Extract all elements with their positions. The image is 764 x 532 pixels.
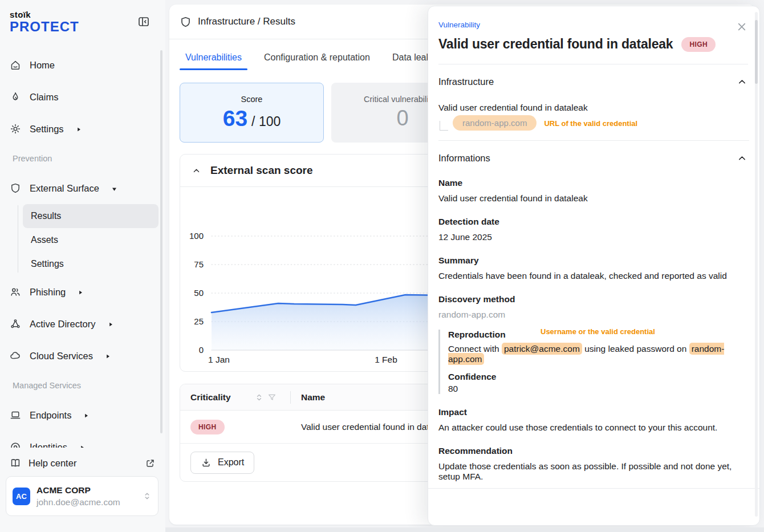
- sidebar-item-active-directory[interactable]: Active Directory: [0, 308, 165, 340]
- section-title: Infrastructure: [438, 76, 494, 87]
- sidebar-item-settings[interactable]: Settings: [0, 113, 165, 145]
- severity-badge: HIGH: [681, 37, 716, 52]
- tab-configuration-reputation[interactable]: Configuration & reputation: [263, 48, 371, 70]
- sidebar-item-label: Results: [31, 211, 61, 221]
- field-label-impact: Impact: [438, 407, 748, 417]
- svg-text:50: 50: [194, 288, 204, 298]
- field-value-name: Valid user credential found in dataleak: [438, 193, 748, 204]
- flame-icon: [10, 91, 21, 103]
- vulnerability-detail-panel: Vulnerability Valid user credential foun…: [428, 6, 760, 526]
- sidebar-item-help-center[interactable]: Help center: [0, 452, 165, 474]
- section-infrastructure-header[interactable]: Infrastructure: [428, 64, 759, 87]
- sidebar-section-managed-services: Managed Services: [0, 372, 165, 399]
- severity-badge: HIGH: [190, 420, 225, 434]
- sidebar-section-prevention: Prevention: [0, 145, 165, 172]
- sidebar-item-sub-settings[interactable]: Settings: [23, 252, 159, 276]
- panel-type-label: Vulnerability: [438, 21, 748, 29]
- critical-card-value: 0: [396, 106, 408, 131]
- brand-logo: stoïk PROTECT: [10, 10, 79, 34]
- account-email: john.doe@acme.com: [36, 497, 136, 507]
- field-value-confidence: 80: [448, 384, 748, 394]
- sidebar: stoïk PROTECT Home Claims Settings Preve…: [0, 0, 165, 532]
- panel-header: Vulnerability Valid user credential foun…: [428, 6, 759, 64]
- shield-icon: [180, 16, 192, 28]
- score-denominator: / 100: [251, 114, 281, 129]
- field-value-impact: An attacker could use those credentials …: [438, 423, 748, 433]
- tree-elbow-connector: [440, 121, 448, 131]
- sidebar-item-label: Settings: [30, 124, 64, 135]
- home-icon: [10, 59, 21, 71]
- field-value-discovery-method: random-app.com: [438, 310, 748, 320]
- informations-body: Name Valid user credential found in data…: [428, 164, 759, 482]
- chevron-up-icon[interactable]: [192, 166, 201, 175]
- account-switcher[interactable]: AC ACME CORP john.doe@acme.com: [6, 476, 159, 516]
- field-label-recommendation: Recommendation: [438, 446, 748, 456]
- sidebar-footer: Help center AC ACME CORP john.doe@acme.c…: [0, 448, 165, 532]
- section-informations-header[interactable]: Informations: [428, 141, 759, 164]
- chevron-up-icon: [737, 77, 747, 87]
- sidebar-item-label: Active Directory: [30, 319, 96, 330]
- sidebar-item-cloud-services[interactable]: Cloud Services: [0, 340, 165, 372]
- column-divider: [290, 391, 291, 404]
- cloud-icon: [10, 350, 21, 362]
- chevron-down-icon: [111, 186, 117, 192]
- reproduction-text: using leaked password on: [584, 344, 686, 354]
- external-surface-submenu: Results Assets Settings: [0, 204, 165, 276]
- sidebar-item-label: Endpoints: [30, 410, 71, 421]
- field-label-detection-date: Detection date: [438, 217, 748, 227]
- panel-title: Valid user credential found in dataleak: [438, 36, 673, 52]
- external-link-icon: [145, 458, 156, 469]
- section-title: Informations: [438, 153, 490, 164]
- tab-vulnerabilities[interactable]: Vulnerabilities: [185, 48, 242, 70]
- chevron-right-icon: [108, 322, 113, 327]
- score-card: Score 63 / 100: [180, 83, 324, 143]
- score-value: 63: [223, 106, 247, 131]
- field-label-confidence: Confidence: [448, 372, 748, 382]
- score-card-label: Score: [241, 95, 263, 104]
- column-header-criticality: Criticality: [190, 392, 231, 403]
- sidebar-item-label: External Surface: [30, 183, 99, 194]
- sidebar-nav: Home Claims Settings Prevention External…: [0, 49, 165, 463]
- avatar: AC: [13, 488, 30, 505]
- sidebar-scrollbar[interactable]: [160, 50, 162, 433]
- unfold-chevrons-icon: [143, 491, 152, 501]
- username-annotation: Username or the valid credential: [541, 327, 655, 336]
- chevron-right-icon: [78, 290, 83, 295]
- field-value-reproduction: Connect with patrick@acme.com using leak…: [448, 344, 748, 364]
- laptop-icon: [10, 409, 21, 421]
- sidebar-item-assets[interactable]: Assets: [23, 228, 159, 252]
- breadcrumb: Infrastructure / Results: [198, 16, 295, 27]
- sidebar-item-endpoints[interactable]: Endpoints: [0, 399, 165, 431]
- sidebar-item-home[interactable]: Home: [0, 49, 165, 81]
- svg-text:25: 25: [194, 316, 204, 326]
- sidebar-item-results[interactable]: Results: [23, 204, 159, 228]
- page-bottom-strip: [165, 527, 764, 532]
- shield-icon: [10, 182, 21, 194]
- account-company: ACME CORP: [36, 485, 136, 496]
- close-icon[interactable]: [735, 21, 748, 33]
- brand-logo-bottom: PROTECT: [10, 19, 79, 34]
- panel-collapse-icon: [137, 15, 151, 29]
- gear-icon: [10, 123, 21, 135]
- download-icon: [201, 457, 212, 468]
- chevron-right-icon: [105, 354, 111, 359]
- field-label-name: Name: [438, 178, 748, 188]
- reproduction-block: Username or the valid credential Reprodu…: [438, 330, 748, 394]
- panel-footer-divider: [428, 488, 759, 489]
- field-value-summary: Credentials have been found in a datalea…: [438, 271, 748, 281]
- sidebar-item-external-surface[interactable]: External Surface: [0, 172, 165, 204]
- sidebar-item-label: Assets: [31, 235, 58, 245]
- sort-icon[interactable]: [255, 392, 263, 403]
- sidebar-item-phishing[interactable]: Phishing: [0, 276, 165, 308]
- url-chip: random-app.com: [453, 115, 537, 131]
- sidebar-item-label: Phishing: [30, 287, 66, 298]
- book-icon: [10, 457, 21, 469]
- filter-icon[interactable]: [267, 392, 277, 403]
- chevron-right-icon: [83, 413, 89, 419]
- panel-scrollbar[interactable]: [755, 12, 758, 517]
- sidebar-collapse-button[interactable]: [137, 15, 151, 29]
- svg-text:0: 0: [199, 345, 204, 355]
- sidebar-item-claims[interactable]: Claims: [0, 81, 165, 113]
- export-button[interactable]: Export: [190, 452, 254, 474]
- field-label-summary: Summary: [438, 255, 748, 266]
